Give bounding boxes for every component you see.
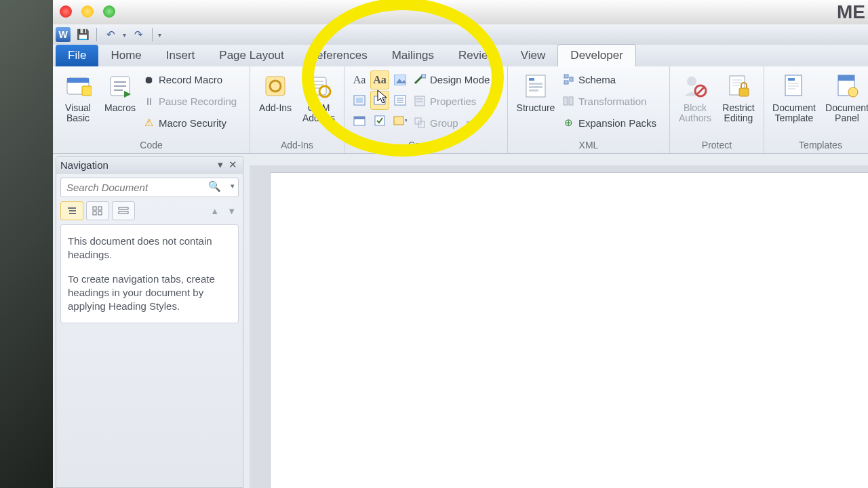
- tab-view[interactable]: View: [509, 45, 558, 66]
- undo-button[interactable]: ↶: [102, 26, 119, 43]
- group-xml-label: XML: [513, 138, 664, 153]
- addins-label: Add-Ins: [259, 103, 292, 113]
- window-zoom-button[interactable]: [103, 5, 115, 18]
- search-options-dropdown[interactable]: ▾: [231, 182, 235, 190]
- addins-button[interactable]: Add-Ins: [256, 69, 295, 113]
- group-controls-label: Controls: [350, 138, 502, 153]
- chevron-down-icon: ▼: [465, 119, 471, 126]
- transformation-icon: [562, 95, 574, 107]
- navigation-empty-line2: To create navigation tabs, create headin…: [68, 272, 231, 313]
- com-addins-button[interactable]: COM Add-Ins: [299, 69, 338, 123]
- schema-label: Schema: [578, 74, 616, 85]
- tab-review[interactable]: Review: [446, 45, 509, 66]
- design-mode-button[interactable]: Design Mode: [414, 70, 502, 88]
- pause-icon: ⏸: [142, 95, 155, 107]
- navigation-dropdown[interactable]: ▾: [214, 159, 226, 171]
- qat-separator: [152, 28, 153, 41]
- group-button: Group ▼: [414, 114, 502, 131]
- save-button[interactable]: 💾: [75, 26, 91, 43]
- rich-text-control[interactable]: Aa: [350, 70, 369, 89]
- group-protect: Block Authors Restrict Editing Protect: [670, 66, 764, 153]
- window-close-button[interactable]: [60, 5, 72, 18]
- document-template-label: Document Template: [772, 103, 816, 123]
- macros-label: Macros: [104, 103, 136, 113]
- structure-button[interactable]: Structure: [513, 69, 558, 113]
- svg-rect-60: [838, 75, 854, 81]
- properties-icon: [414, 95, 426, 107]
- redo-button[interactable]: ↷: [130, 26, 146, 43]
- tab-page-layout[interactable]: Page Layout: [207, 45, 296, 66]
- group-protect-label: Protect: [675, 138, 758, 153]
- undo-dropdown[interactable]: ▾: [123, 31, 126, 39]
- document-template-button[interactable]: Document Template: [770, 69, 818, 123]
- document-page[interactable]: [270, 172, 868, 488]
- tab-developer[interactable]: Developer: [557, 44, 636, 66]
- building-block-control[interactable]: [350, 91, 369, 110]
- window-titlebar: ME: [53, 0, 868, 25]
- date-picker-control[interactable]: [350, 111, 369, 130]
- block-authors-label: Block Authors: [679, 103, 711, 123]
- nav-mode-results[interactable]: [112, 201, 135, 220]
- group-templates-label: Templates: [770, 138, 868, 153]
- group-code: Visual Basic Macros ⏺ Record Macro: [53, 66, 250, 153]
- svg-rect-41: [564, 75, 568, 78]
- design-mode-icon: [414, 73, 426, 85]
- svg-point-61: [848, 87, 858, 97]
- desktop-background: [0, 0, 53, 488]
- document-area: [250, 165, 868, 488]
- tab-mailings[interactable]: Mailings: [380, 45, 446, 66]
- pause-recording-button: ⏸ Pause Recording: [142, 92, 244, 110]
- record-macro-button[interactable]: ⏺ Record Macro: [142, 70, 244, 88]
- tab-references[interactable]: References: [296, 45, 380, 66]
- svg-rect-37: [529, 78, 534, 81]
- svg-rect-69: [119, 207, 128, 209]
- visual-basic-button[interactable]: Visual Basic: [58, 69, 98, 123]
- search-icon[interactable]: 🔍: [208, 180, 221, 192]
- checkbox-control[interactable]: [370, 111, 389, 130]
- navigation-search: 🔍 ▾: [60, 178, 239, 197]
- macros-button[interactable]: Macros: [102, 69, 138, 113]
- macros-icon: [106, 72, 134, 100]
- restrict-editing-label: Restrict Editing: [722, 103, 754, 123]
- document-panel-icon: [833, 72, 861, 100]
- tab-insert[interactable]: Insert: [154, 45, 208, 66]
- svg-rect-70: [119, 211, 128, 214]
- block-authors-button[interactable]: Block Authors: [675, 69, 715, 123]
- pause-recording-label: Pause Recording: [159, 96, 237, 107]
- schema-button[interactable]: Schema: [562, 70, 664, 88]
- dropdown-list-control[interactable]: [391, 91, 410, 110]
- svg-rect-55: [788, 78, 795, 81]
- legacy-tools[interactable]: [391, 111, 410, 130]
- qat-separator: [96, 28, 97, 41]
- picture-control[interactable]: [391, 70, 410, 89]
- tab-home[interactable]: Home: [98, 45, 153, 66]
- tab-file[interactable]: File: [56, 45, 98, 66]
- visual-basic-icon: [64, 72, 92, 100]
- group-xml: Structure Schema: [508, 66, 670, 153]
- properties-label: Properties: [430, 96, 476, 107]
- schema-icon: [562, 73, 574, 85]
- record-macro-label: Record Macro: [159, 74, 222, 85]
- restrict-editing-button[interactable]: Restrict Editing: [719, 69, 758, 123]
- svg-rect-42: [564, 81, 568, 84]
- controls-gallery: Aa Aa: [350, 69, 410, 130]
- nav-next[interactable]: ▼: [224, 206, 239, 216]
- nav-prev[interactable]: ▲: [208, 206, 222, 216]
- expansion-packs-button[interactable]: ⊕ Expansion Packs: [562, 114, 664, 131]
- group-label: Group: [430, 117, 458, 129]
- qat-customize[interactable]: ▾: [158, 31, 161, 39]
- nav-mode-headings[interactable]: [60, 201, 83, 220]
- svg-rect-28: [394, 117, 403, 125]
- navigation-close[interactable]: ✕: [226, 159, 239, 171]
- svg-rect-45: [569, 97, 573, 105]
- combo-box-control[interactable]: [370, 91, 389, 110]
- word-window: ME W 💾 ↶ ▾ ↷ ▾ File Home Insert Page Lay…: [53, 0, 868, 488]
- window-minimize-button[interactable]: [81, 5, 94, 18]
- window-title-partial: ME: [837, 0, 868, 24]
- ribbon-developer: Visual Basic Macros ⏺ Record Macro: [53, 66, 868, 154]
- plain-text-control[interactable]: Aa: [370, 70, 389, 89]
- svg-rect-40: [529, 89, 538, 92]
- nav-mode-pages[interactable]: [86, 201, 109, 220]
- document-panel-button[interactable]: Document Panel: [823, 69, 868, 123]
- macro-security-button[interactable]: ⚠ Macro Security: [142, 114, 244, 131]
